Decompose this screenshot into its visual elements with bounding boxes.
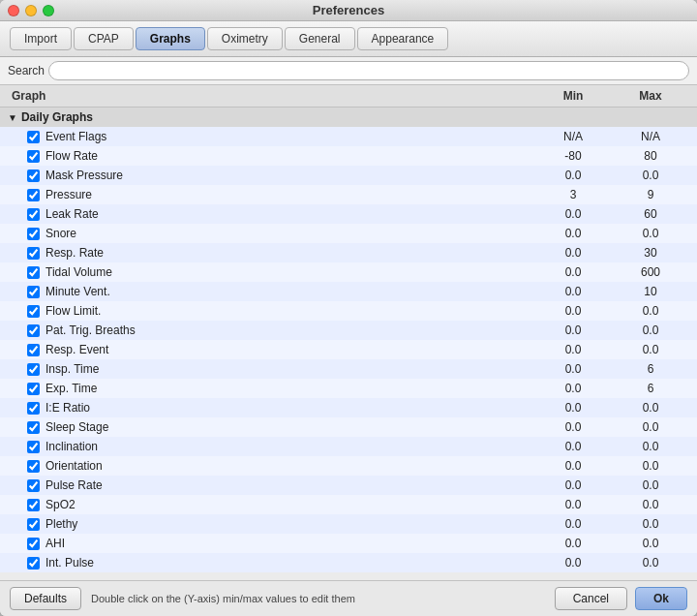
table-row: Exp. Time0.06: [0, 379, 697, 398]
row-checkbox[interactable]: [27, 538, 40, 550]
row-max[interactable]: 0.0: [612, 343, 689, 356]
row-min[interactable]: 0.0: [534, 498, 612, 511]
row-checkbox[interactable]: [27, 363, 40, 376]
row-checkbox[interactable]: [27, 305, 40, 318]
row-max[interactable]: 0.0: [612, 440, 689, 453]
row-max[interactable]: 0.0: [612, 227, 689, 240]
row-max[interactable]: 0.0: [612, 304, 689, 318]
row-min[interactable]: 0.0: [534, 343, 612, 356]
row-max[interactable]: 0.0: [612, 420, 689, 434]
row-min[interactable]: 0.0: [534, 556, 612, 570]
row-max[interactable]: 80: [612, 149, 689, 163]
row-min[interactable]: 0.0: [534, 169, 612, 182]
ok-button[interactable]: Ok: [635, 587, 687, 610]
row-checkbox[interactable]: [27, 557, 40, 570]
title-bar: Preferences: [0, 0, 697, 21]
row-name: Resp. Rate: [45, 246, 104, 260]
row-checkbox[interactable]: [27, 518, 40, 531]
row-min[interactable]: 0.0: [534, 304, 612, 318]
row-checkbox[interactable]: [27, 247, 40, 260]
row-max[interactable]: 60: [612, 207, 689, 221]
close-button[interactable]: [8, 5, 19, 16]
row-min[interactable]: 0.0: [534, 382, 612, 395]
row-max[interactable]: 0.0: [612, 478, 689, 492]
row-min[interactable]: -80: [534, 149, 612, 163]
row-checkbox[interactable]: [27, 208, 40, 221]
row-checkbox[interactable]: [27, 169, 40, 182]
row-min[interactable]: 0.0: [534, 517, 612, 531]
row-max[interactable]: 0.0: [612, 537, 689, 550]
footer-action-buttons: Cancel Ok: [555, 587, 687, 610]
search-label: Search: [8, 64, 45, 77]
row-checkbox[interactable]: [27, 421, 40, 434]
row-min[interactable]: 0.0: [534, 478, 612, 492]
row-checkbox[interactable]: [27, 479, 40, 492]
maximize-button[interactable]: [43, 5, 54, 16]
row-min[interactable]: 0.0: [534, 420, 612, 434]
row-name: Int. Pulse: [45, 556, 94, 570]
row-checkbox[interactable]: [27, 499, 40, 511]
cancel-button[interactable]: Cancel: [555, 587, 627, 610]
header-min: Min: [534, 87, 612, 105]
row-max[interactable]: 0.0: [612, 498, 689, 511]
row-name: I:E Ratio: [45, 401, 90, 415]
row-checkbox[interactable]: [27, 324, 40, 337]
row-max[interactable]: 0.0: [612, 556, 689, 570]
window-controls: [8, 5, 54, 16]
tab-import[interactable]: Import: [10, 27, 72, 50]
row-max[interactable]: 6: [612, 382, 689, 395]
row-max[interactable]: 30: [612, 246, 689, 260]
row-min[interactable]: 0.0: [534, 537, 612, 550]
search-bar: Search: [0, 57, 697, 85]
row-max[interactable]: 9: [612, 188, 689, 201]
row-min[interactable]: 0.0: [534, 246, 612, 260]
row-name: Inclination: [45, 440, 98, 453]
row-min[interactable]: 0.0: [534, 285, 612, 298]
row-checkbox[interactable]: [27, 383, 40, 395]
row-checkbox[interactable]: [27, 441, 40, 453]
row-min[interactable]: 0.0: [534, 401, 612, 415]
tab-oximetry[interactable]: Oximetry: [207, 27, 283, 50]
row-checkbox[interactable]: [27, 131, 40, 143]
row-max[interactable]: 0.0: [612, 401, 689, 415]
row-max[interactable]: N/A: [612, 130, 689, 143]
row-checkbox[interactable]: [27, 189, 40, 201]
row-min[interactable]: 0.0: [534, 440, 612, 453]
row-checkbox[interactable]: [27, 402, 40, 415]
row-min[interactable]: 0.0: [534, 459, 612, 473]
row-min[interactable]: 0.0: [534, 265, 612, 279]
row-checkbox[interactable]: [27, 266, 40, 279]
row-max[interactable]: 0.0: [612, 323, 689, 337]
row-checkbox[interactable]: [27, 460, 40, 473]
row-min[interactable]: 0.0: [534, 207, 612, 221]
tab-general[interactable]: General: [285, 27, 355, 50]
tab-cpap[interactable]: CPAP: [74, 27, 134, 50]
defaults-button[interactable]: Defaults: [10, 587, 81, 610]
row-max[interactable]: 10: [612, 285, 689, 298]
header-max: Max: [612, 87, 689, 105]
row-checkbox[interactable]: [27, 286, 40, 298]
row-checkbox[interactable]: [27, 228, 40, 240]
row-max[interactable]: 0.0: [612, 459, 689, 473]
row-max[interactable]: 0.0: [612, 169, 689, 182]
row-min[interactable]: 0.0: [534, 323, 612, 337]
tab-appearance[interactable]: Appearance: [357, 27, 449, 50]
table-row: Pressure39: [0, 185, 697, 204]
expand-icon: ▼: [8, 112, 17, 123]
table-row: Snore0.00.0: [0, 224, 697, 243]
row-min[interactable]: 0.0: [534, 227, 612, 240]
tab-graphs[interactable]: Graphs: [136, 27, 205, 50]
row-max[interactable]: 0.0: [612, 517, 689, 531]
row-min[interactable]: 3: [534, 188, 612, 201]
row-checkbox[interactable]: [27, 344, 40, 356]
minimize-button[interactable]: [25, 5, 37, 16]
row-name: Tidal Volume: [45, 265, 112, 279]
row-max[interactable]: 6: [612, 362, 689, 376]
table-row: Plethy0.00.0: [0, 514, 697, 534]
search-input[interactable]: [48, 61, 689, 80]
row-checkbox[interactable]: [27, 150, 40, 163]
group-header-daily: ▼ Daily Graphs: [0, 108, 697, 127]
row-min[interactable]: N/A: [534, 130, 612, 143]
row-max[interactable]: 600: [612, 265, 689, 279]
row-min[interactable]: 0.0: [534, 362, 612, 376]
